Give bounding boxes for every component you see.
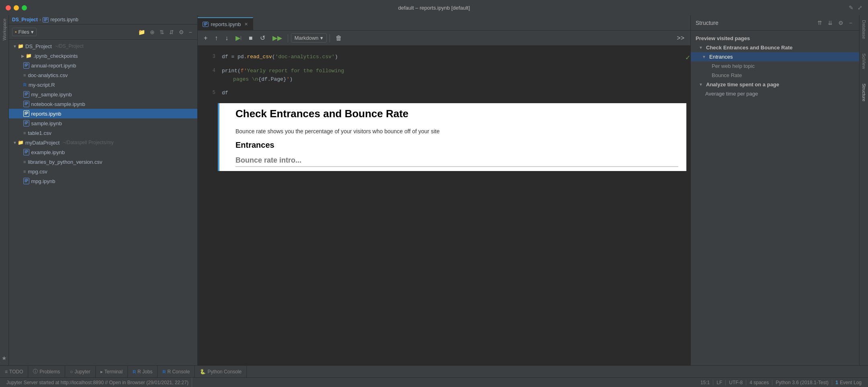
event-log-label: Event Log [840, 380, 862, 385]
collapse-button[interactable]: − [187, 28, 194, 36]
run-all-button[interactable]: ▶▶ [270, 33, 285, 43]
tree-item-my-sample[interactable]: IP my_sample.ipynb [9, 90, 197, 99]
tab-terminal[interactable]: ▸ Terminal [96, 366, 128, 377]
jupyter-icon: ○ [70, 369, 73, 375]
tree-item-mpg-csv[interactable]: ≡ mpg.csv [9, 167, 197, 176]
favorites-star-icon[interactable]: ★ [2, 355, 7, 361]
files-dropdown-button[interactable]: ▪ Files ▾ [12, 28, 37, 36]
code-df-standalone: df [222, 90, 228, 96]
cell-body-3[interactable]: df = pd.read_csv('doc-analytics.csv') [218, 51, 685, 64]
tree-item-libraries-csv[interactable]: ≡ libraries_by_python_version.csv [9, 157, 197, 167]
tree-item-sample[interactable]: IP sample.ipynb [9, 118, 197, 128]
status-python[interactable]: Python 3.6 (2018.1-Test) [772, 380, 832, 385]
struct-item-bounce-rate[interactable]: Bounce Rate [691, 71, 859, 80]
tab-problems[interactable]: ⓘ Problems [28, 366, 65, 377]
indent-text: 4 spaces [749, 380, 769, 385]
tree-item-example[interactable]: IP example.ipynb [9, 147, 197, 157]
csv-icon-libraries: ≡ [23, 159, 26, 164]
sort-button[interactable]: ⇅ [158, 28, 166, 36]
structure-toolbar: ⇈ ⇊ ⚙ − [815, 19, 854, 27]
status-bar: Jupyter Server started at http://localho… [0, 377, 868, 387]
run-button[interactable]: ▶| [233, 33, 244, 43]
tree-item-ds-project[interactable]: ▼ 📁 DS_Project ~/DS_Project [9, 41, 197, 51]
tree-item-annual-report[interactable]: IP annual-report.ipynb [9, 61, 197, 70]
status-indent[interactable]: 4 spaces [746, 380, 772, 385]
tree-item-reports[interactable]: IP reports.ipynb [9, 109, 197, 118]
tree-item-checkpoints[interactable]: ▶ 📁 .ipynb_checkpoints [9, 51, 197, 61]
toolbar-divider [288, 34, 288, 42]
database-tab[interactable]: Database [862, 17, 866, 42]
code-fstr-text1: Yearly report for the following [247, 68, 344, 74]
status-line-ending[interactable]: LF [713, 380, 726, 385]
struct-item-per-web[interactable]: Per web help topic [691, 61, 859, 71]
struct-item-check-entrances[interactable]: ▼ Check Entrances and Bounce Rate [691, 43, 859, 52]
tree-label-libraries-csv: libraries_by_python_version.csv [28, 159, 102, 165]
code-paren-close: ) [335, 54, 338, 60]
edit-icon[interactable]: ✎ [849, 4, 854, 11]
tab-ipynb-icon: IP [203, 22, 209, 27]
tab-python-console[interactable]: 🐍 Python Console [195, 366, 247, 377]
status-position[interactable]: 15:1 [697, 380, 713, 385]
tree-item-my-script[interactable]: R my-script.R [9, 80, 197, 90]
tree-arrow-ds: ▼ [12, 44, 18, 49]
toolbar-more-button[interactable]: >> [674, 33, 687, 43]
tab-rjobs[interactable]: R R Jobs [128, 366, 158, 377]
add-file-button[interactable]: ⊕ [148, 28, 157, 36]
code-eq: = [231, 54, 237, 60]
sciview-tab[interactable]: SciView [862, 50, 866, 72]
stop-button[interactable]: ■ [246, 33, 256, 43]
code-str-csv: 'doc-analytics.csv' [275, 54, 335, 60]
cell-body-4[interactable]: print(f'Yearly report for the following … [218, 65, 690, 86]
struct-item-preview[interactable]: Preview visited pages [691, 34, 859, 43]
structure-tab[interactable]: Structure [862, 80, 866, 105]
minimize-button[interactable] [14, 5, 19, 10]
cell-type-dropdown[interactable]: Markdown ▾ [291, 33, 327, 43]
structure-collapse-button[interactable]: ⇊ [826, 19, 835, 27]
settings-button[interactable]: ⚙ [177, 28, 186, 36]
tree-item-table1[interactable]: ≡ table1.csv [9, 128, 197, 138]
structure-expand-button[interactable]: ⇈ [815, 19, 824, 27]
tab-rconsole[interactable]: R R Console [158, 366, 195, 377]
restart-button[interactable]: ↺ [257, 33, 268, 43]
tree-item-mpg-ipynb[interactable]: IP mpg.ipynb [9, 176, 197, 186]
new-directory-button[interactable]: 📁 [136, 28, 147, 36]
cell-gutter-4: 4 [198, 65, 218, 86]
folder-icon-mydata: 📁 [18, 140, 24, 145]
move-up-button[interactable]: ↑ [212, 33, 221, 43]
status-event-log[interactable]: 1 Event Log [832, 379, 865, 385]
delete-cell-button[interactable]: 🗑 [333, 33, 345, 43]
move-down-button[interactable]: ↓ [222, 33, 231, 43]
tab-todo[interactable]: ≡ TODO [0, 366, 28, 377]
window-controls[interactable] [6, 5, 27, 10]
struct-item-analyze-time[interactable]: ▼ Analyze time spent on a page [691, 80, 859, 89]
tree-label-my-script: my-script.R [29, 82, 55, 88]
tab-reports[interactable]: IP reports.ipynb ✕ [198, 17, 253, 30]
add-cell-button[interactable]: + [201, 33, 210, 43]
cell-body-5[interactable]: df [218, 87, 690, 100]
tab-jupyter[interactable]: ○ Jupyter [65, 366, 96, 377]
folder-icon-ds: 📁 [18, 43, 24, 49]
more-sort-button[interactable]: ⇵ [167, 28, 176, 36]
structure-close-button[interactable]: − [847, 19, 854, 27]
problems-label: Problems [39, 369, 60, 375]
ipynb-icon-annual: IP [23, 62, 29, 69]
jupyter-label: Jupyter [74, 369, 90, 375]
tab-close-icon[interactable]: ✕ [244, 22, 248, 27]
todo-icon: ≡ [5, 369, 8, 375]
close-button[interactable] [6, 5, 11, 10]
status-encoding[interactable]: UTF-8 [726, 380, 746, 385]
struct-item-entrances[interactable]: ▼ Entrances [691, 52, 859, 61]
maximize-button[interactable] [22, 5, 27, 10]
struct-label-entrances: Entrances [709, 54, 733, 60]
tree-label-mpg-ipynb: mpg.ipynb [31, 178, 55, 184]
tree-item-notebook-sample[interactable]: IP notebook-sample.ipynb [9, 99, 197, 109]
problems-icon: ⓘ [33, 368, 38, 375]
expand-icon[interactable]: ⤢ [858, 4, 862, 11]
tree-item-mydataproject[interactable]: ▼ 📁 myDataProject ~/Dataspell Projects/m… [9, 138, 197, 147]
structure-settings-button[interactable]: ⚙ [836, 19, 845, 27]
tree-item-doc-analytics[interactable]: ≡ doc-analytics.csv [9, 70, 197, 80]
breadcrumb-project[interactable]: DS_Project [12, 17, 38, 22]
struct-item-avg-time[interactable]: Average time per page [691, 89, 859, 98]
notebook-content[interactable]: 3 df = pd.read_csv('doc-analytics.csv') … [198, 46, 690, 365]
file-panel-header: ▪ Files ▾ 📁 ⊕ ⇅ ⇵ ⚙ − [9, 24, 197, 40]
